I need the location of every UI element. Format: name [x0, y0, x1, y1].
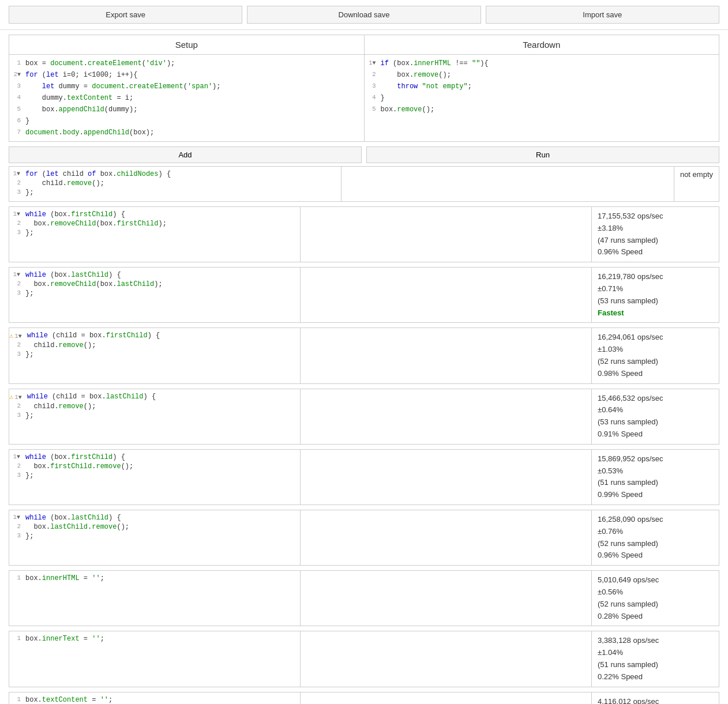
code-content: } [25, 116, 364, 126]
download-save-button[interactable]: Download save [247, 6, 481, 24]
code-line: 1box.innerText = ''; [9, 634, 300, 643]
code-line: 2 box.lastChild.remove(); [9, 522, 300, 532]
code-line: 4} [365, 92, 719, 104]
result-line: ±0.56% [598, 586, 713, 598]
bench-middle-area[interactable] [301, 450, 592, 505]
bench-middle-area[interactable] [301, 510, 592, 565]
bench-middle-area[interactable] [301, 207, 592, 262]
code-line: 4 dummy.textContent = i; [9, 92, 364, 104]
code-line: 2 child.remove(); [9, 402, 300, 411]
code-content: }; [25, 532, 300, 540]
bench-result: not empty [674, 167, 719, 201]
result-line: ±0.64% [598, 404, 713, 416]
code-content: box.lastChild.remove(); [25, 523, 300, 531]
code-line: 2 box.removeChild(box.lastChild); [9, 280, 300, 289]
code-line: 6} [9, 115, 364, 127]
result-line: 0.91% Speed [598, 428, 713, 441]
setup-code: 1box = document.createElement('div');2▼f… [9, 55, 364, 141]
benchmark-item: 1▼while (box.firstChild) {2 box.removeCh… [9, 206, 719, 262]
bench-code-area[interactable]: 1▼while (box.firstChild) {2 box.removeCh… [9, 207, 301, 262]
code-line: 1▼if (box.innerHTML !== ""){ [365, 58, 719, 69]
code-line: 1▼while (box.firstChild) { [9, 453, 300, 462]
result-line: 5,010,649 ops/sec [598, 574, 713, 586]
bench-middle-area[interactable] [301, 268, 592, 322]
bench-middle-area[interactable] [301, 631, 592, 686]
result-line: 0.28% Speed [598, 611, 713, 623]
fold-arrow-icon: ▼ [17, 171, 20, 177]
benchmark-item: ⚠1▼while (child = box.firstChild) {2 chi… [9, 327, 719, 383]
code-content: box.removeChild(box.lastChild); [25, 280, 300, 288]
bench-code-area[interactable]: 1▼while (box.lastChild) {2 box.removeChi… [9, 268, 301, 322]
code-content: child.remove(); [25, 179, 341, 187]
bench-result: 15,869,952 ops/sec±0.53%(51 runs sampled… [592, 450, 719, 505]
result-line: (53 runs sampled) [598, 295, 713, 307]
code-line: 2 box.remove(); [365, 69, 719, 81]
import-save-button[interactable]: Import save [486, 6, 719, 24]
code-content: box.remove(); [381, 104, 719, 115]
code-content: box.remove(); [381, 70, 719, 80]
code-line: 1▼for (let child of box.childNodes) { [9, 170, 341, 179]
result-line: ±1.03% [598, 344, 713, 356]
bench-middle-area[interactable] [301, 571, 592, 626]
benchmark-list: 1▼for (let child of box.childNodes) {2 c… [9, 166, 719, 704]
result-line: (53 runs sampled) [598, 416, 713, 428]
action-bar: Add Run [9, 146, 719, 163]
result-line: ±0.76% [598, 526, 713, 538]
bench-result: 16,294,061 ops/sec±1.03%(52 runs sampled… [592, 328, 719, 383]
code-line: 2 child.remove(); [9, 341, 300, 350]
result-line: 0.96% Speed [598, 549, 713, 562]
code-content: let dummy = document.createElement('span… [25, 81, 364, 92]
code-content: child.remove(); [25, 402, 300, 411]
bench-result: 4,116,012 ops/sec±1.08%(53 runs sampled)… [592, 692, 719, 705]
bench-middle-area[interactable] [301, 692, 592, 705]
code-content: child.remove(); [25, 341, 300, 349]
result-line: 4,116,012 ops/sec [598, 696, 713, 705]
code-line: 2 child.remove(); [9, 179, 341, 188]
setup-panel: Setup 1box = document.createElement('div… [9, 35, 365, 141]
result-line: Fastest [598, 307, 713, 319]
code-content: throw "not empty"; [381, 81, 719, 92]
bench-code-area[interactable]: 1box.innerText = ''; [9, 631, 301, 686]
add-button[interactable]: Add [9, 146, 362, 163]
bench-middle-area[interactable] [342, 167, 674, 201]
fold-arrow-icon: ▼ [17, 514, 20, 521]
code-line: 5box.remove(); [365, 104, 719, 115]
bench-code-area[interactable]: 1box.textContent = ''; [9, 692, 301, 705]
run-button[interactable]: Run [366, 146, 719, 163]
warning-icon: ⚠ [9, 332, 13, 340]
bench-middle-area[interactable] [301, 328, 592, 383]
result-line: 17,155,532 ops/sec [598, 210, 713, 223]
bench-middle-area[interactable] [301, 389, 592, 444]
bench-result: 3,383,128 ops/sec±1.04%(51 runs sampled)… [592, 631, 719, 686]
bench-result: 15,466,532 ops/sec±0.64%(53 runs sampled… [592, 389, 719, 444]
bench-code-area[interactable]: 1▼while (box.firstChild) {2 box.firstChi… [9, 450, 301, 505]
code-content: while (box.lastChild) { [25, 271, 300, 279]
fold-arrow-icon: ▼ [17, 272, 20, 278]
code-line: 1box.textContent = ''; [9, 695, 300, 705]
code-line: 2 box.firstChild.remove(); [9, 462, 300, 471]
bench-code-area[interactable]: ⚠1▼while (child = box.firstChild) {2 chi… [9, 328, 301, 383]
result-line: 0.96% Speed [598, 246, 713, 258]
teardown-code: 1▼if (box.innerHTML !== ""){2 box.remove… [365, 55, 719, 118]
code-line: 2▼for (let i=0; i<1000; i++){ [9, 69, 364, 81]
benchmark-item: 1▼while (box.lastChild) {2 box.removeChi… [9, 267, 719, 323]
code-content: for (let child of box.childNodes) { [25, 170, 341, 178]
code-line: 3}; [9, 289, 300, 298]
bench-code-area[interactable]: 1▼while (box.lastChild) {2 box.lastChild… [9, 510, 301, 565]
code-content: }; [25, 229, 300, 237]
code-content: box.innerText = ''; [25, 635, 300, 643]
result-line: 0.98% Speed [598, 368, 713, 380]
export-save-button[interactable]: Export save [9, 6, 242, 24]
bench-result: 16,219,780 ops/sec±0.71%(53 runs sampled… [592, 268, 719, 322]
code-line: 1box = document.createElement('div'); [9, 58, 364, 69]
code-content: box.firstChild.remove(); [25, 462, 300, 470]
result-line: (51 runs sampled) [598, 659, 713, 671]
code-line: 1▼while (box.lastChild) { [9, 513, 300, 522]
code-line: 3 throw "not empty"; [365, 81, 719, 92]
code-content: while (box.lastChild) { [25, 514, 300, 522]
bench-code-area[interactable]: 1box.innerHTML = ''; [9, 571, 301, 626]
result-line: 16,219,780 ops/sec [598, 271, 713, 283]
bench-code-area[interactable]: ⚠1▼while (child = box.lastChild) {2 chil… [9, 389, 301, 444]
code-content: dummy.textContent = i; [25, 93, 364, 103]
bench-code-area[interactable]: 1▼for (let child of box.childNodes) {2 c… [9, 167, 342, 201]
